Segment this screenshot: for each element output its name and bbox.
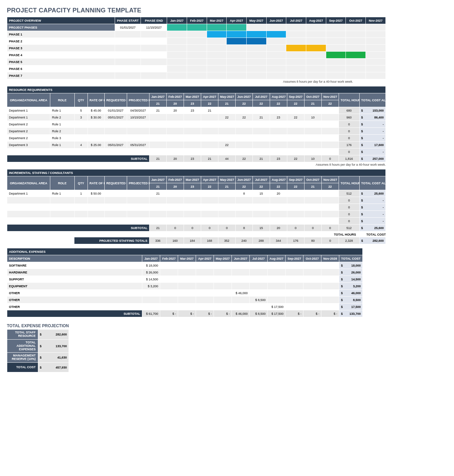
expense-month: $ 8,500 <box>250 297 268 303</box>
gantt-cell <box>286 31 306 38</box>
subtotal-month: 20 <box>270 225 287 231</box>
gantt-bar <box>227 38 246 44</box>
month-header: Nov-2027 <box>321 176 339 183</box>
role-cell <box>50 197 74 204</box>
gantt-cell <box>266 52 286 59</box>
subtotal-month: 10 <box>304 155 321 162</box>
gantt-cell <box>266 45 286 52</box>
subtotal-month: $ - <box>196 310 214 317</box>
month-cell <box>166 218 184 225</box>
subtotal-month: $ 61,700 <box>142 310 160 317</box>
expense-month <box>286 297 303 303</box>
phase-label: PROJECT PHASES <box>7 24 115 31</box>
gantt-cell <box>266 65 286 72</box>
expense-desc: HARDWARE <box>7 269 142 276</box>
subtotal-month: $ - <box>286 310 303 317</box>
expense-month <box>321 290 339 297</box>
month-cell <box>184 135 201 142</box>
col-header: DESCRIPTION <box>7 255 142 262</box>
month-cell <box>218 218 235 225</box>
rate-cell <box>87 135 104 142</box>
expense-month: $ 26,000 <box>142 269 160 276</box>
gantt-cell <box>366 52 386 59</box>
gantt-cell <box>246 38 266 45</box>
month-cell <box>166 211 184 218</box>
month-header: Sep-2027 <box>286 255 303 262</box>
month-cell <box>304 204 321 211</box>
gantt-cell <box>246 31 266 38</box>
phase-start <box>115 59 141 65</box>
end-cell <box>127 121 149 128</box>
projection-table: TOTAL STAFF RESOURCE$282,600TOTAL ADDITI… <box>7 329 69 372</box>
expense-month <box>178 283 196 290</box>
col-header: ORGANIZATIONAL AREA <box>7 93 50 107</box>
month-subheader: 20 <box>166 183 184 190</box>
expense-month <box>178 262 196 269</box>
expense-month <box>250 283 268 290</box>
month-cell <box>287 211 304 218</box>
col-header: TOTAL HOURS <box>339 176 359 190</box>
subtotal-hours: 512 <box>339 225 359 231</box>
expense-month <box>321 303 339 310</box>
month-cell <box>166 128 184 135</box>
gantt-cell <box>326 31 346 38</box>
start-cell <box>104 148 127 155</box>
gantt-cell <box>306 52 326 59</box>
end-cell <box>127 190 149 197</box>
expense-month <box>196 276 214 283</box>
staff-totals-label: PROJECTED STAFFING TOTALS <box>74 237 149 244</box>
phase-start <box>115 72 141 79</box>
org-cell: Department 3 <box>7 142 50 148</box>
start-cell <box>104 128 127 135</box>
end-cell <box>127 204 149 211</box>
gantt-cell <box>286 38 306 45</box>
end-cell: 05/31/2027 <box>127 142 149 148</box>
expense-month: $ 3,200 <box>142 283 160 290</box>
col-header: ROLE <box>50 93 74 107</box>
expense-month <box>196 283 214 290</box>
month-header: Jul-2027 <box>252 93 270 100</box>
subtotal-hours: 1,816 <box>339 155 359 162</box>
month-cell <box>252 128 270 135</box>
month-header: Jan-2027 <box>149 93 166 100</box>
month-header: Feb-2027 <box>166 176 184 183</box>
gantt-bar <box>247 31 266 38</box>
expense-month <box>250 303 268 310</box>
cost-cell: $- <box>359 197 385 204</box>
month-cell <box>166 114 184 121</box>
rate-cell: $ 50.00 <box>87 190 104 197</box>
gantt-cell <box>227 72 247 79</box>
gantt-cell <box>187 24 207 31</box>
rate-cell <box>87 204 104 211</box>
month-cell <box>321 197 339 204</box>
subtotal-label: SUBTOTAL <box>7 310 142 317</box>
month-cell <box>149 128 166 135</box>
role-cell: Role 1 <box>50 142 74 148</box>
qty-cell: 3 <box>74 114 87 121</box>
month-cell <box>166 142 184 148</box>
month-cell <box>270 211 287 218</box>
col-header: QTY <box>74 176 87 190</box>
month-header: Aug-2027 <box>270 176 287 183</box>
month-cell <box>235 107 252 114</box>
month-cell: 8 <box>235 190 252 197</box>
gantt-cell <box>326 52 346 59</box>
subtotal-month: 0 <box>287 225 304 231</box>
gantt-cell <box>326 45 346 52</box>
month-subheader: 22 <box>235 183 252 190</box>
subtotal-month: $ - <box>178 310 196 317</box>
staff-month: 176 <box>287 237 304 244</box>
gantt-cell <box>246 45 266 52</box>
month-cell <box>287 128 304 135</box>
end-cell <box>127 211 149 218</box>
subtotal-month: $ - <box>160 310 178 317</box>
incremental-table: INCREMENTAL STAFFING / CONSULTANTSORGANI… <box>7 169 386 231</box>
month-cell <box>149 135 166 142</box>
role-cell: Role 2 <box>50 128 74 135</box>
month-cell <box>304 128 321 135</box>
start-cell <box>104 211 127 218</box>
start-cell: 05/01/2027 <box>104 114 127 121</box>
expense-month <box>214 283 232 290</box>
month-cell <box>149 121 166 128</box>
qty-cell: 1 <box>74 190 87 197</box>
